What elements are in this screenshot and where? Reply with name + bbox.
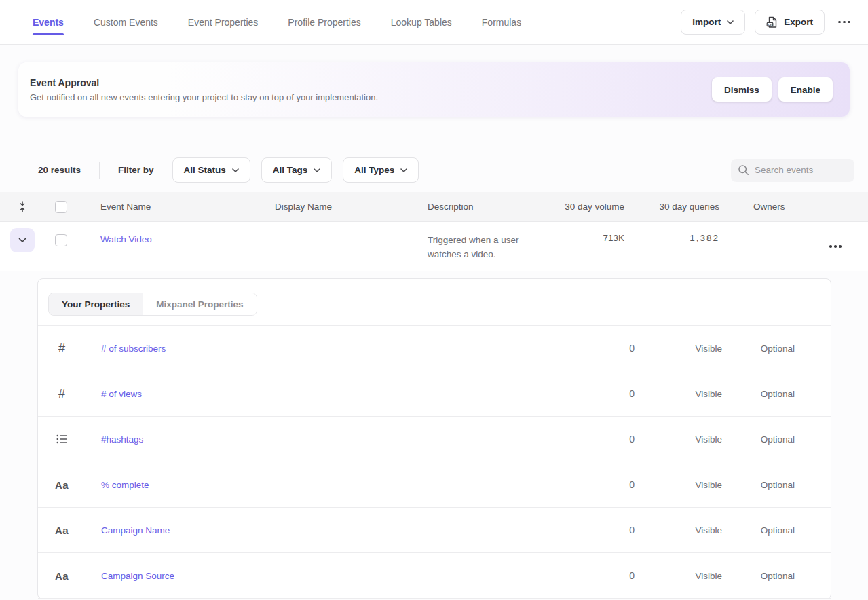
tab-mixpanel-properties[interactable]: Mixpanel Properties (143, 293, 256, 315)
import-button[interactable]: Import (681, 10, 745, 35)
column-30-day-volume: 30 day volume (536, 202, 624, 212)
tab-event-properties-label: Event Properties (188, 17, 259, 28)
banner-actions: Dismiss Enable (712, 77, 833, 102)
column-display-name: Display Name (275, 202, 428, 212)
tags-filter-dropdown[interactable]: All Tags (261, 157, 333, 183)
property-requirement[interactable]: Optional (722, 389, 831, 399)
export-button-label: Export (784, 17, 813, 27)
property-name-link[interactable]: Campaign Name (101, 525, 170, 536)
banner-text: Event Approval Get notified on all new e… (30, 77, 378, 102)
tab-your-properties[interactable]: Your Properties (49, 293, 143, 315)
property-row: # # of views 0 Visible Optional (38, 371, 831, 417)
property-visibility[interactable]: Visible (635, 480, 722, 490)
property-name-link[interactable]: % complete (101, 480, 149, 490)
tab-custom-events[interactable]: Custom Events (94, 0, 158, 44)
tab-profile-properties-label: Profile Properties (288, 17, 360, 28)
types-filter-label: All Types (354, 165, 394, 175)
property-row: Aa Campaign Source 0 Visible Optional (38, 553, 831, 599)
banner-title: Event Approval (30, 77, 378, 88)
property-name-link[interactable]: #hashtags (101, 434, 143, 445)
row-more-options-button[interactable] (825, 236, 846, 257)
search-icon (738, 164, 749, 176)
collapse-all-button[interactable] (0, 201, 45, 212)
properties-segmented-control: Your Properties Mixpanel Properties (48, 293, 257, 316)
property-requirement[interactable]: Optional (722, 434, 831, 445)
svg-text:csv: csv (768, 22, 774, 26)
property-name-link[interactable]: Campaign Source (101, 571, 174, 581)
more-options-button[interactable] (834, 12, 854, 33)
property-query-count: 0 (561, 388, 635, 399)
chevron-down-icon (232, 168, 239, 172)
select-all-checkbox[interactable] (55, 201, 67, 213)
divider (99, 162, 100, 179)
number-type-icon: # (49, 387, 75, 401)
property-query-count: 0 (561, 525, 635, 536)
property-visibility[interactable]: Visible (635, 571, 722, 581)
enable-button[interactable]: Enable (778, 77, 833, 102)
column-30-day-queries: 30 day queries (624, 202, 719, 212)
property-row: Aa Campaign Name 0 Visible Optional (38, 508, 831, 553)
column-owners: Owners (719, 202, 814, 212)
property-visibility[interactable]: Visible (635, 434, 722, 445)
tab-formulas[interactable]: Formulas (482, 0, 521, 44)
property-name-link[interactable]: # of views (101, 389, 142, 399)
property-row: Aa % complete 0 Visible Optional (38, 462, 831, 508)
text-type-icon: Aa (49, 479, 75, 491)
property-requirement[interactable]: Optional (722, 480, 831, 490)
row-checkbox[interactable] (55, 234, 67, 246)
tab-custom-events-label: Custom Events (94, 17, 158, 28)
tab-lookup-tables-label: Lookup Tables (391, 17, 452, 28)
csv-file-icon: csv (766, 16, 778, 29)
text-type-icon: Aa (49, 525, 75, 536)
events-table-header: Event Name Display Name Description 30 d… (0, 192, 868, 222)
event-owners (719, 222, 814, 233)
chevron-down-icon (400, 168, 407, 172)
property-visibility[interactable]: Visible (635, 389, 722, 399)
search-input[interactable] (755, 165, 848, 175)
property-requirement[interactable]: Optional (722, 525, 831, 536)
export-button[interactable]: csv Export (755, 10, 825, 35)
types-filter-dropdown[interactable]: All Types (343, 157, 419, 183)
tab-profile-properties[interactable]: Profile Properties (288, 0, 360, 44)
event-description: Triggered when a user watches a video. (428, 222, 535, 261)
column-event-name: Event Name (77, 202, 275, 212)
tab-events[interactable]: Events (33, 0, 64, 44)
filter-dropdowns: All Status All Tags All Types (172, 157, 419, 183)
collapse-rows-icon (18, 201, 27, 212)
status-filter-label: All Status (184, 165, 226, 175)
chevron-down-icon (314, 168, 320, 172)
text-type-icon: Aa (49, 570, 75, 582)
property-row: # # of subscribers 0 Visible Optional (38, 326, 831, 371)
chevron-down-icon (727, 20, 734, 24)
ellipsis-icon (829, 245, 842, 248)
column-description: Description (428, 202, 536, 212)
import-button-label: Import (692, 17, 721, 27)
property-visibility[interactable]: Visible (635, 525, 722, 536)
dismiss-button[interactable]: Dismiss (712, 77, 772, 102)
property-visibility[interactable]: Visible (635, 343, 722, 354)
property-name-link[interactable]: # of subscribers (101, 343, 166, 354)
property-query-count: 0 (561, 570, 635, 581)
tab-formulas-label: Formulas (482, 17, 521, 28)
tab-lookup-tables[interactable]: Lookup Tables (391, 0, 452, 44)
event-30-day-volume: 713K (536, 222, 624, 243)
property-requirement[interactable]: Optional (722, 571, 831, 581)
event-name-link[interactable]: Watch Video (100, 234, 152, 244)
number-type-icon: # (49, 341, 75, 356)
list-type-icon (49, 434, 75, 444)
property-requirement[interactable]: Optional (722, 343, 831, 354)
tab-event-properties[interactable]: Event Properties (188, 0, 259, 44)
filter-bar: 20 results Filter by All Status All Tags… (0, 157, 868, 183)
event-approval-banner: Event Approval Get notified on all new e… (18, 62, 850, 117)
top-navigation: Events Custom Events Event Properties Pr… (0, 0, 868, 45)
property-query-count: 0 (561, 434, 635, 445)
collapse-row-button[interactable] (10, 228, 35, 252)
property-query-count: 0 (561, 479, 635, 490)
status-filter-dropdown[interactable]: All Status (172, 157, 250, 183)
event-row-watch-video: Watch Video Triggered when a user watche… (0, 222, 868, 271)
chevron-down-icon (18, 238, 26, 243)
event-30-day-queries: 1,382 (624, 222, 719, 243)
ellipsis-icon (838, 21, 850, 24)
event-display-name (275, 222, 428, 233)
property-row: #hashtags 0 Visible Optional (38, 417, 831, 462)
